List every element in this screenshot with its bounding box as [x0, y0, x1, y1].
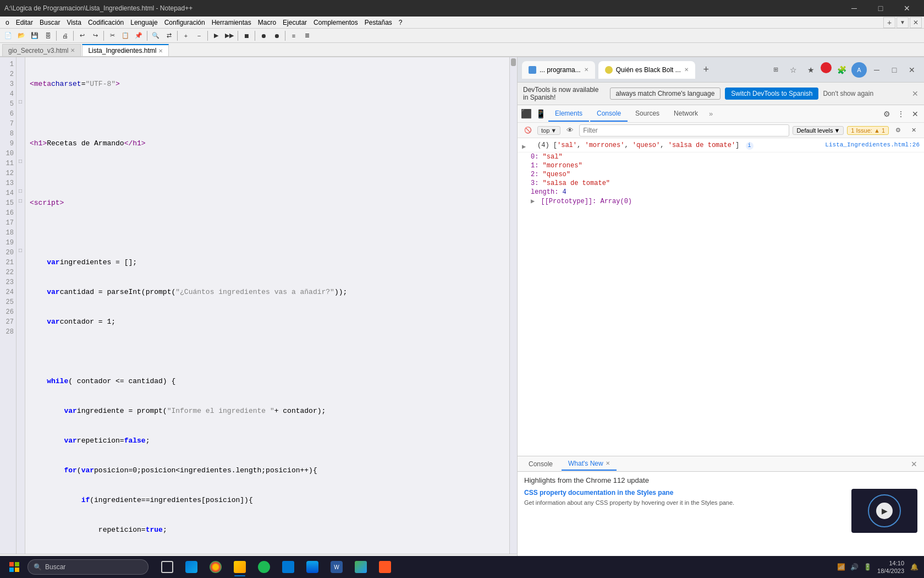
zoom-in-btn[interactable]: + [180, 30, 192, 42]
tab-close-gio[interactable]: ✕ [70, 47, 75, 53]
prototype-expand[interactable]: ▶ [531, 198, 535, 205]
array-expand-icon[interactable]: ▶ [522, 143, 531, 151]
dt-tab-more[interactable]: » [706, 107, 716, 120]
cut-btn[interactable]: ✂ [106, 30, 118, 42]
task-app-word[interactable]: W [326, 557, 348, 577]
chrome-bookmark-btn[interactable]: ☆ [785, 62, 801, 78]
task-app-edge[interactable] [180, 557, 202, 577]
redo-btn[interactable]: ↪ [89, 30, 101, 42]
format2-btn[interactable]: ≣ [301, 30, 313, 42]
stop-btn[interactable]: ⏹ [240, 30, 252, 42]
menu-item-edit[interactable]: Editar [13, 18, 36, 28]
bottom-panel-close[interactable]: ✕ [909, 459, 920, 470]
tray-battery[interactable]: 🔋 [862, 561, 873, 572]
chrome-star-btn[interactable]: ★ [803, 62, 818, 78]
new-tab-btn[interactable]: + [698, 62, 714, 78]
macro2-btn[interactable]: ⏺ [271, 30, 283, 42]
menu-item-view[interactable]: Vista [63, 18, 84, 28]
filter-input[interactable] [579, 124, 789, 137]
editor-scrollbar[interactable] [509, 57, 517, 554]
taskbar-clock[interactable]: 14:10 18/4/2023 [877, 559, 904, 575]
undo-btn[interactable]: ↩ [76, 30, 88, 42]
chrome-close[interactable]: ✕ [904, 62, 920, 78]
bottom-tab-whats-new[interactable]: What's New ✕ [562, 457, 617, 471]
menu-item-settings[interactable]: Configuración [161, 18, 208, 28]
close-btn[interactable]: ✕ [894, 0, 920, 17]
match-language-btn[interactable]: always match Chrome's language [610, 88, 721, 100]
top-context-badge[interactable]: top ▼ [537, 126, 560, 135]
task-app-mail[interactable] [277, 557, 299, 577]
menu-item-file[interactable]: o [2, 18, 13, 28]
fold-11[interactable]: □ [16, 156, 24, 166]
add-tab-btn[interactable]: + [883, 17, 895, 28]
copy-btn[interactable]: 📋 [119, 30, 131, 42]
chrome-maximize[interactable]: □ [887, 62, 902, 78]
browser-tab-1[interactable]: ... programa... ✕ [522, 61, 595, 79]
macro-btn[interactable]: ⏺ [257, 30, 270, 42]
task-app-explorer[interactable] [229, 557, 251, 577]
menu-item-macro[interactable]: Macro [255, 18, 279, 28]
paste-btn[interactable]: 📌 [133, 30, 145, 42]
menu-item-encoding[interactable]: Codificación [85, 18, 127, 28]
dt-tab-elements[interactable]: Elements [548, 106, 589, 122]
replace-btn[interactable]: ⇄ [163, 30, 175, 42]
chrome-minimize[interactable]: ─ [869, 62, 884, 78]
zoom-out-btn[interactable]: − [193, 30, 205, 42]
code-editor[interactable]: <meta charset="UTF-8"> <h1>Recetas de Ar… [25, 57, 509, 554]
task-app-maps[interactable] [350, 557, 372, 577]
chrome-profile-btn[interactable]: A [851, 62, 867, 78]
task-app-store[interactable] [301, 557, 323, 577]
dt-tab-network[interactable]: Network [667, 106, 705, 122]
info-badge[interactable]: i [746, 142, 754, 150]
tray-volume[interactable]: 🔊 [849, 561, 860, 572]
tray-network[interactable]: 📶 [835, 561, 846, 572]
switch-devtools-btn[interactable]: Switch DevTools to Spanish [725, 88, 818, 100]
chrome-puzzle-btn[interactable]: 🧩 [834, 62, 849, 78]
save-btn[interactable]: 💾 [29, 30, 41, 42]
format-btn[interactable]: ≡ [288, 30, 300, 42]
issue-badge[interactable]: 1 Issue: ▲ 1 [847, 126, 889, 135]
save-all-btn[interactable]: 🗄 [42, 30, 54, 42]
print-btn[interactable]: 🖨 [59, 30, 71, 42]
task-app-spotify[interactable] [253, 557, 275, 577]
dt-settings-icon[interactable]: ⚙ [892, 124, 904, 137]
tab-close-lista[interactable]: ✕ [158, 48, 163, 54]
browser-tab-1-close[interactable]: ✕ [584, 67, 588, 73]
menu-item-language[interactable]: Lenguaje [127, 18, 161, 28]
taskbar-search[interactable]: 🔍 Buscar [28, 559, 148, 575]
task-app-app2[interactable] [374, 557, 396, 577]
array-source[interactable]: Lista_Ingredientes.html:26 [825, 141, 920, 148]
fold-14[interactable]: □ [16, 186, 24, 196]
device-toolbar-btn[interactable]: 📱 [534, 107, 547, 121]
eye-btn[interactable]: 👁 [564, 124, 576, 137]
menu-item-tools[interactable]: Herramientas [208, 18, 255, 28]
new-btn[interactable]: 📄 [2, 30, 14, 42]
whats-new-close-x[interactable]: ✕ [606, 460, 610, 466]
task-app-chrome[interactable] [205, 557, 227, 577]
open-btn[interactable]: 📂 [15, 30, 28, 42]
inspect-element-btn[interactable]: ⬛ [520, 107, 533, 121]
default-levels-dropdown[interactable]: Default levels ▼ [793, 126, 844, 135]
menu-item-search[interactable]: Buscar [36, 18, 63, 28]
minimize-btn[interactable]: ─ [842, 0, 867, 17]
dt-tab-console[interactable]: Console [590, 106, 628, 122]
menu-item-tabs[interactable]: Pestañas [361, 18, 395, 28]
notification-close[interactable]: ✕ [912, 89, 919, 98]
close-editor-btn[interactable]: ✕ [910, 17, 922, 28]
fold-15[interactable]: □ [16, 196, 24, 206]
fold-20[interactable]: □ [16, 246, 24, 255]
browser-tab-2[interactable]: Quién es Black Bolt ... ✕ [598, 61, 695, 79]
dt-tab-sources[interactable]: Sources [629, 106, 666, 122]
bottom-tab-console[interactable]: Console [522, 457, 559, 471]
dt-overflow-btn[interactable]: ⋮ [894, 107, 908, 121]
chrome-extensions-btn[interactable]: ⊞ [768, 62, 783, 78]
menu-item-run[interactable]: Ejecutar [279, 18, 310, 28]
start-button[interactable] [4, 557, 24, 577]
menu-item-help[interactable]: ? [395, 18, 406, 28]
tab-lista-ingredientes[interactable]: Lista_Ingredientes.html ✕ [82, 44, 169, 56]
tray-notification[interactable]: 🔔 [909, 561, 920, 572]
tab-gio-secreto[interactable]: gio_Secreto_v3.html ✕ [2, 44, 81, 56]
dont-show-again[interactable]: Don't show again [823, 90, 905, 97]
tabs-dropdown-btn[interactable]: ▼ [897, 17, 909, 28]
dt-close-btn[interactable]: ✕ [909, 107, 922, 121]
